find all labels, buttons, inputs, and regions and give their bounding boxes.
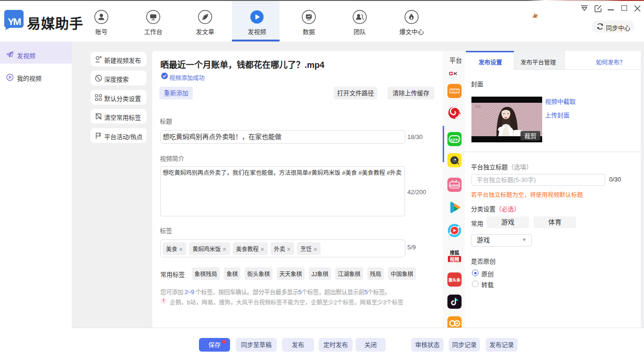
svg-text:bilibili: bilibili: [450, 184, 459, 187]
svg-text:惠头条: 惠头条: [448, 278, 461, 282]
svg-text:可云: 可云: [475, 105, 481, 108]
svg-text:视频: 视频: [450, 256, 459, 262]
svg-text:搜狐: 搜狐: [450, 250, 459, 255]
svg-text:iQIYI: iQIYI: [450, 138, 459, 142]
svg-text:YM: YM: [8, 16, 21, 27]
svg-text:裁剪: 裁剪: [524, 132, 537, 140]
